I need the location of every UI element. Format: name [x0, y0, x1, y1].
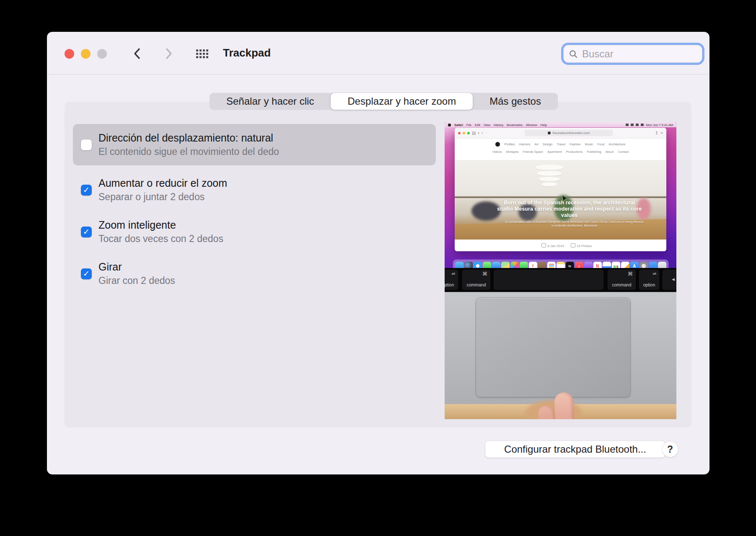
help-button[interactable]: ?: [662, 441, 678, 457]
mini-menu-item: View: [484, 123, 490, 127]
mini-nav-link: Mixtapes: [506, 150, 519, 154]
mini-new-tab-icon: +: [660, 131, 663, 135]
mini-menu-item: Safari: [454, 123, 463, 127]
setting-row-smart-zoom[interactable]: Zoom inteligente Tocar dos veces con 2 d…: [73, 212, 436, 252]
mini-key-command-right: ⌘ command: [608, 270, 636, 290]
checkbox-scroll-direction[interactable]: [81, 139, 92, 150]
mini-site-nav-primary: Profiles Interiors Art Design Travel Fas…: [455, 139, 666, 150]
mini-search-icon: [636, 124, 639, 126]
mini-meta-photos: 15 Photos: [571, 243, 592, 248]
minimize-icon[interactable]: [81, 49, 91, 59]
mini-menu-item: Edit: [475, 123, 480, 127]
tab-bar: Señalar y hacer clic Desplazar y hacer z…: [210, 93, 558, 110]
mini-finger: [554, 392, 575, 419]
setting-subtitle: El contenido sigue el movimiento del ded…: [98, 146, 279, 158]
mini-nav-link: Fashion: [570, 142, 581, 146]
mini-menubar: Safari File Edit View History Bookmarks …: [445, 122, 676, 127]
mini-minimize-icon: [463, 132, 465, 134]
setting-title: Dirección del desplazamiento: natural: [98, 131, 279, 144]
mini-desktop-wallpaper: ▤ ‹ › freundevonfreunden.com ↥ + Profile…: [445, 127, 676, 268]
mini-nav-link: Travel: [557, 142, 566, 146]
mini-nav-link: Profiles: [504, 142, 515, 146]
mini-menubar-clock: Mon Jun 7 9:41 AM: [646, 123, 673, 127]
mini-wifi-icon: [631, 124, 634, 126]
mini-nav-link: Contact: [618, 150, 629, 154]
mini-menu-item: Help: [541, 123, 547, 127]
mini-favicon: [548, 131, 551, 134]
mini-key-arrow-left: ◀: [663, 270, 676, 290]
search-icon: [569, 49, 578, 59]
setting-subtitle: Girar con 2 dedos: [98, 275, 175, 287]
mini-nav-link: Videos: [492, 150, 502, 154]
mini-menubar-status: Mon Jun 7 9:41 AM: [626, 123, 673, 127]
tab-senalar-y-hacer-clic[interactable]: Señalar y hacer clic: [210, 93, 331, 110]
mini-control-center-icon: [641, 124, 644, 126]
mini-safari-toolbar: ▤ ‹ › freundevonfreunden.com ↥ +: [455, 128, 666, 139]
mini-hero-subheadline: In conversation with co-founders Benjami…: [505, 220, 644, 227]
system-preferences-window: Trackpad Señalar y hacer clic Desplazar …: [47, 32, 709, 474]
mini-battery-icon: [626, 124, 629, 126]
mini-zoom-icon: [467, 132, 470, 134]
setting-row-zoom-in-out[interactable]: Aumentar o reducir el zoom Separar o jun…: [73, 170, 436, 210]
mini-calendar-icon: [541, 243, 546, 247]
mini-hero-headline: Born out of the Spanish recession, the a…: [496, 200, 643, 219]
forward-chevron-icon: [161, 46, 176, 61]
mini-nav-link: Friends Space: [523, 150, 543, 154]
titlebar-divider: [47, 74, 709, 75]
mini-nav-link: Design: [543, 142, 552, 146]
mini-nav-link: Music: [585, 142, 593, 146]
mini-menu-item: Bookmarks: [507, 123, 523, 127]
close-icon[interactable]: [65, 49, 74, 59]
mini-keyboard: alt option ⌘ command ⌘ command alt optio…: [445, 268, 676, 292]
tab-desplazar-y-hacer-zoom[interactable]: Desplazar y hacer zoom: [331, 93, 473, 110]
mini-key-option-right: alt option: [639, 270, 659, 290]
mini-site-nav-secondary: Videos Mixtapes Friends Space Apartment …: [455, 150, 666, 160]
show-all-grid-icon[interactable]: [196, 49, 209, 59]
mini-url-text: freundevonfreunden.com: [552, 131, 590, 135]
tab-mas-gestos[interactable]: Más gestos: [473, 93, 558, 110]
mini-key-command-left: ⌘ command: [462, 270, 490, 290]
search-input[interactable]: [581, 48, 684, 60]
mini-nav-link: Interiors: [519, 142, 530, 146]
mini-safari-window: ▤ ‹ › freundevonfreunden.com ↥ + Profile…: [455, 128, 666, 251]
mini-nav-link: Food: [597, 142, 604, 146]
mini-nav-link: Architecture: [608, 142, 625, 146]
mini-key-option-left: alt option: [445, 270, 458, 290]
mini-menu-item: History: [494, 123, 503, 127]
page-title: Trackpad: [223, 46, 271, 59]
zoom-icon: [97, 49, 107, 59]
search-field[interactable]: [563, 45, 702, 63]
checkbox-rotate[interactable]: [81, 268, 92, 279]
checkbox-smart-zoom[interactable]: [81, 227, 92, 237]
mini-nav-link: Apartment: [547, 150, 562, 154]
mini-nav-link: Publishing: [587, 150, 601, 154]
mini-nav-link: About: [606, 150, 614, 154]
setting-title: Zoom inteligente: [98, 219, 223, 232]
mini-nav-link: Art: [535, 142, 539, 146]
mini-back-icon: ‹: [478, 131, 479, 135]
back-chevron-icon[interactable]: [130, 46, 145, 61]
mini-share-icon: ↥: [655, 131, 658, 135]
mini-trackpad: [476, 298, 630, 397]
configure-bluetooth-trackpad-button[interactable]: Configurar trackpad Bluetooth...: [485, 441, 665, 458]
setting-subtitle: Tocar dos veces con 2 dedos: [98, 233, 223, 245]
setting-subtitle: Separar o juntar 2 dedos: [98, 191, 227, 203]
mini-forward-icon: ›: [482, 131, 483, 135]
setting-title: Girar: [98, 260, 175, 273]
mini-hero-lamp: [535, 165, 564, 186]
setting-row-scroll-direction[interactable]: Dirección del desplazamiento: natural El…: [73, 124, 436, 165]
screenshot-canvas: Trackpad Señalar y hacer clic Desplazar …: [0, 0, 756, 536]
mini-nav-link: Productions: [566, 150, 583, 154]
mini-hero-image: Born out of the Spanish recession, the a…: [455, 160, 666, 240]
titlebar: Trackpad: [47, 32, 709, 75]
mini-hero-meta: 8 Jan 2019 15 Photos: [455, 240, 666, 251]
mini-laptop-deck: [445, 292, 676, 405]
mini-sidebar-icon: ▤: [472, 131, 476, 135]
mini-key-spacebar: [494, 270, 603, 290]
gesture-demo-video: ▤ ‹ › freundevonfreunden.com ↥ + Profile…: [445, 122, 676, 419]
mini-site-logo: [495, 142, 500, 147]
mini-menu-item: File: [466, 123, 471, 127]
mini-close-icon: [458, 132, 461, 134]
setting-row-rotate[interactable]: Girar Girar con 2 dedos: [73, 254, 436, 294]
checkbox-zoom-in-out[interactable]: [81, 185, 92, 196]
